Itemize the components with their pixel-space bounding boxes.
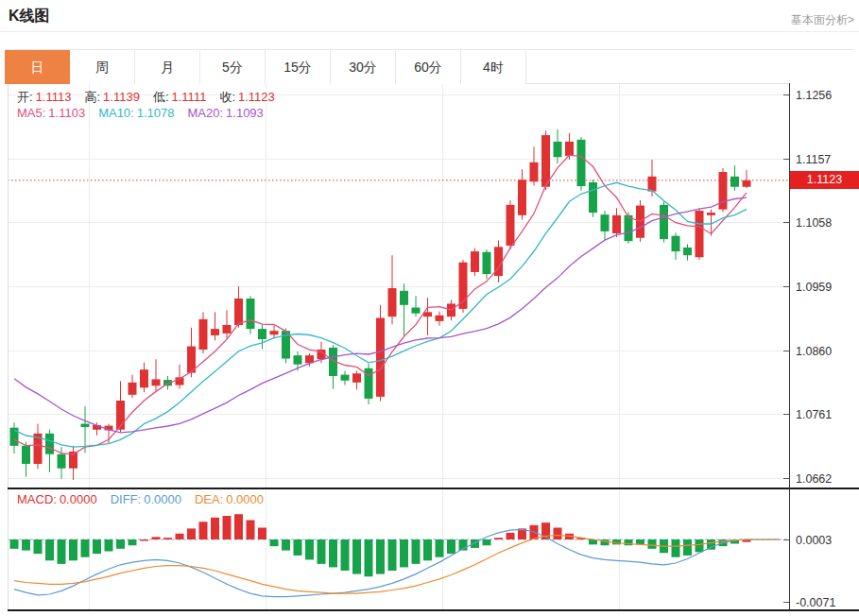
macd-hist-bar — [282, 539, 290, 551]
candle-body — [388, 288, 397, 317]
candle-body — [625, 215, 633, 241]
candle-body — [541, 135, 550, 187]
macd-hist-bar — [129, 539, 137, 545]
macd-hist-bar — [305, 539, 314, 559]
price-axis-label: 1.1157 — [796, 153, 831, 166]
tab-5分[interactable]: 5分 — [200, 50, 266, 84]
open-label: 开: — [17, 90, 33, 104]
tab-15分[interactable]: 15分 — [266, 50, 331, 84]
candle-body — [199, 319, 208, 350]
tab-月[interactable]: 月 — [135, 50, 200, 84]
tab-日[interactable]: 日 — [5, 50, 70, 84]
macd-hist-bar — [318, 539, 326, 564]
price-axis-label: 1.0662 — [796, 472, 832, 486]
macd-hist-bar — [447, 539, 455, 554]
macd-hist-bar — [294, 539, 302, 556]
macd-hist-bar — [388, 539, 397, 571]
macd-hist-bar — [376, 539, 385, 574]
price-axis-label: 1.1256 — [796, 89, 832, 102]
macd-hist-bar — [223, 516, 232, 539]
candle-body — [140, 369, 148, 387]
candle-body — [471, 251, 479, 272]
tab-60分[interactable]: 60分 — [396, 50, 461, 84]
macd-hist-bar — [152, 537, 161, 539]
macd-hist-bar — [329, 539, 337, 567]
macd-hist-bar — [45, 539, 54, 560]
candle-body — [707, 213, 715, 215]
candle-body — [660, 205, 668, 239]
ma10-value: 1.1078 — [137, 106, 175, 120]
macd-hist-bar — [696, 539, 704, 552]
macd-hist-bar — [258, 528, 266, 539]
macd-hist-bar — [10, 539, 19, 549]
price-axis-label: 1.0959 — [796, 281, 832, 294]
low-value: 1.1111 — [172, 90, 207, 104]
candle-body — [294, 355, 302, 365]
candle-body — [743, 180, 751, 187]
tab-4时[interactable]: 4时 — [461, 50, 526, 84]
candle-body — [483, 252, 491, 274]
price-axis-label: 1.0860 — [796, 345, 832, 358]
macd-hist-bar — [187, 528, 196, 539]
ma5-label: MA5: — [17, 106, 45, 120]
macd-hist-bar — [436, 539, 444, 557]
candle-body — [341, 375, 350, 381]
ma5-value: 1.1103 — [48, 106, 85, 120]
candle-body — [258, 329, 266, 339]
macd-hist-bar — [176, 534, 184, 539]
candle-body — [518, 180, 526, 215]
candle-body — [530, 163, 539, 182]
macd-hist-bar — [672, 539, 680, 557]
diff-label: DIFF: — [111, 492, 142, 506]
candle-body — [683, 248, 692, 255]
candle-body — [730, 177, 739, 187]
interval-tabbar: 日周月5分15分30分60分4时 — [5, 49, 854, 84]
candle-body — [234, 299, 243, 325]
ma10-label: MA10: — [98, 106, 134, 120]
tab-周[interactable]: 周 — [70, 50, 135, 84]
header-divider — [0, 31, 859, 32]
candle-body — [22, 446, 30, 464]
candle-body — [507, 205, 515, 246]
candle-body — [412, 308, 421, 314]
ohlc-legend: 开:1.1113 高:1.1139 低:1.1111 收:1.1123 — [17, 89, 288, 106]
ma-legend: MA5:1.1103 MA10:1.1078 MA20:1.1093 — [17, 106, 277, 120]
macd-hist-bar — [22, 539, 30, 551]
candle-body — [223, 325, 232, 334]
close-value: 1.1123 — [238, 90, 275, 104]
macd-hist-bar — [483, 539, 491, 545]
macd-axis-label: 0.0003 — [796, 534, 832, 547]
macd-hist-bar — [341, 539, 350, 571]
macd-hist-bar — [163, 538, 172, 539]
macd-hist-bar — [140, 539, 148, 541]
candle-body — [376, 317, 385, 396]
diff-value: 0.0000 — [144, 492, 181, 506]
candle-body — [554, 142, 562, 157]
macd-value: 0.0000 — [60, 492, 97, 506]
open-value: 1.1113 — [36, 90, 72, 104]
macd-hist-bar — [423, 539, 432, 560]
tab-30分[interactable]: 30分 — [331, 50, 396, 84]
fundamental-analysis-link[interactable]: 基本面分析> — [791, 12, 854, 28]
macd-hist-bar — [683, 539, 692, 556]
macd-hist-bar — [69, 539, 77, 560]
macd-hist-bar — [365, 539, 373, 576]
macd-hist-bar — [211, 518, 219, 539]
macd-hist-bar — [93, 539, 101, 554]
macd-hist-bar — [247, 520, 255, 539]
dea-value: 0.0000 — [226, 492, 264, 506]
macd-hist-bar — [105, 539, 113, 551]
macd-hist-bar — [412, 539, 421, 564]
macd-hist-bar — [270, 539, 279, 546]
macd-label: MACD: — [17, 492, 57, 506]
macd-legend: MACD:0.0000 DIFF:0.0000 DEA:0.0000 — [17, 492, 277, 506]
candle-body — [696, 211, 704, 257]
candle-body — [672, 236, 680, 251]
low-label: 低: — [153, 90, 169, 104]
candle-body — [129, 383, 137, 395]
macd-hist-bar — [507, 533, 515, 539]
ma20-value: 1.1093 — [226, 106, 264, 120]
candle-body — [247, 299, 255, 329]
macd-axis-label: -0.0071 — [796, 596, 835, 609]
candle-body — [45, 434, 54, 454]
